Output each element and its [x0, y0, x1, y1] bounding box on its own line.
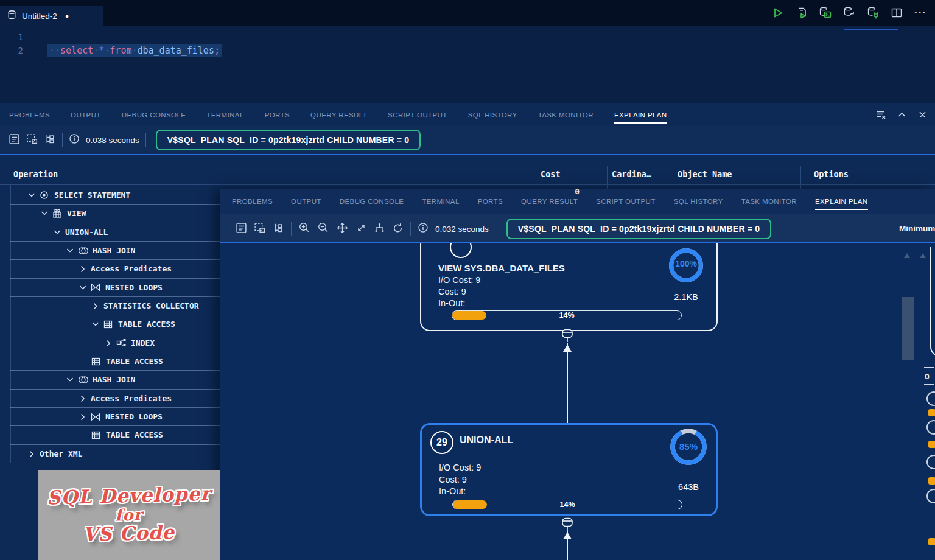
diagram-icon[interactable]: [254, 222, 266, 236]
zoom-in-icon[interactable]: [298, 222, 310, 236]
clear-output-icon[interactable]: [875, 109, 886, 123]
run-file-icon[interactable]: [794, 5, 809, 20]
overlay-toolbar: 0.032 seconds V$SQL_PLAN SQL_ID = 0p2tk1…: [220, 214, 935, 243]
collapse-up-icon[interactable]: [920, 253, 926, 258]
chevron-down-icon[interactable]: [79, 284, 91, 292]
tab-sql-history[interactable]: SQL HISTORY: [468, 110, 517, 121]
tree-row-label: HASH JOIN: [93, 375, 135, 384]
database-export-icon[interactable]: [842, 5, 856, 20]
tree-row-table-access[interactable]: TABLE ACCESS: [10, 352, 220, 371]
explain-plan-toolbar: 0.038 seconds V$SQL_PLAN SQL_ID = 0p2tk1…: [0, 126, 935, 154]
tab-terminal[interactable]: TERMINAL: [206, 110, 243, 121]
tree-row-table-access[interactable]: TABLE ACCESS: [10, 315, 220, 334]
column-divider[interactable]: [536, 166, 536, 190]
column-operation[interactable]: Operation: [13, 169, 58, 179]
run-icon[interactable]: [771, 5, 785, 20]
column-cardinality[interactable]: Cardina…: [612, 169, 651, 179]
chevron-up-icon[interactable]: [897, 110, 907, 122]
split-editor-icon[interactable]: [889, 5, 904, 20]
chevron-right-icon[interactable]: [79, 265, 91, 273]
notes-icon[interactable]: [236, 222, 247, 236]
toolbar-divider: [0, 154, 935, 155]
tab-query-result[interactable]: QUERY RESULT: [310, 110, 367, 121]
tree-row-union-all[interactable]: UNION-ALL: [10, 223, 220, 242]
plan-source-badge: V$SQL_PLAN SQL_ID = 0p2tk19xjzrtd CHILD …: [156, 130, 421, 150]
tab-explain-plan[interactable]: EXPLAIN PLAN: [614, 110, 667, 121]
column-options[interactable]: Options: [814, 169, 849, 179]
tab-sql-history[interactable]: SQL HISTORY: [674, 196, 723, 207]
tab-debug-console[interactable]: DEBUG CONSOLE: [340, 196, 404, 207]
column-object-name[interactable]: Object Name: [678, 169, 732, 179]
more-actions-icon[interactable]: ···: [913, 5, 928, 20]
code-editor[interactable]: 1 2 ··select·*·from·dba_data_files;: [0, 26, 935, 103]
tab-task-monitor[interactable]: TASK MONITOR: [741, 196, 797, 207]
tree-row-hash-join[interactable]: HASH JOIN: [10, 242, 220, 260]
tab-ports[interactable]: PORTS: [265, 110, 290, 121]
tab-output[interactable]: OUTPUT: [71, 110, 101, 121]
move-icon[interactable]: [336, 222, 349, 237]
chevron-right-icon[interactable]: [27, 450, 40, 458]
chevron-down-icon[interactable]: [91, 320, 103, 328]
tab-output[interactable]: OUTPUT: [291, 196, 321, 207]
diagram-icon[interactable]: [26, 133, 38, 147]
plan-node-union-all[interactable]: 29 UNION-ALL I/O Cost: 9 Cost: 9 In-Out:…: [420, 423, 718, 516]
tab-explain-plan[interactable]: EXPLAIN PLAN: [815, 196, 868, 207]
refresh-icon[interactable]: [392, 222, 404, 236]
tab-script-output[interactable]: SCRIPT OUTPUT: [596, 196, 656, 207]
tree-row-select-statement[interactable]: SELECT STATEMENT: [10, 186, 220, 205]
chevron-down-icon[interactable]: [66, 247, 78, 254]
editor-tab-untitled-2[interactable]: Untitled-2 ●: [0, 6, 103, 26]
tree-row-statistics-collector[interactable]: STATISTICS COLLECTOR: [10, 297, 220, 315]
plan-diagram-canvas[interactable]: VIEW SYS.DBA_DATA_FILES I/O Cost: 9 Cost…: [220, 243, 935, 560]
tree-row-hash-join[interactable]: HASH JOIN: [10, 371, 220, 389]
chevron-right-icon[interactable]: [79, 394, 91, 402]
tree-row-index[interactable]: INDEX: [10, 334, 220, 352]
statement-icon: [40, 191, 54, 200]
hierarchy-icon[interactable]: [374, 222, 385, 236]
chevron-right-icon[interactable]: [79, 413, 91, 421]
vertical-scrollbar[interactable]: [902, 297, 914, 360]
column-cost[interactable]: Cost: [541, 169, 561, 179]
plan-node-view[interactable]: VIEW SYS.DBA_DATA_FILES I/O Cost: 9 Cost…: [420, 243, 718, 331]
tab-debug-console[interactable]: DEBUG CONSOLE: [122, 110, 186, 121]
tree-row-nested-loops[interactable]: NESTED LOOPS: [10, 408, 220, 426]
minimum-label[interactable]: Minimum: [899, 224, 935, 233]
tree-icon[interactable]: [273, 222, 284, 236]
chevron-down-icon[interactable]: [53, 228, 65, 236]
notes-icon[interactable]: [9, 133, 20, 147]
column-divider[interactable]: [607, 166, 608, 190]
tab-terminal[interactable]: TERMINAL: [422, 196, 459, 207]
resize-diagonal-icon[interactable]: [355, 222, 367, 236]
tree-row-label: Other XML: [40, 449, 82, 458]
zoom-out-icon[interactable]: [317, 222, 329, 236]
tab-task-monitor[interactable]: TASK MONITOR: [538, 110, 594, 121]
chevron-down-icon[interactable]: [40, 209, 52, 217]
database-terminal-icon[interactable]: [818, 5, 833, 20]
tree-row-view[interactable]: VIEW: [10, 205, 220, 223]
tree-row-access-predicates[interactable]: Access Predicates: [10, 260, 220, 278]
close-icon[interactable]: [917, 110, 928, 122]
node-io-cost: I/O Cost: 9: [439, 463, 481, 472]
collapse-up-icon[interactable]: [904, 253, 910, 258]
row1-cost-value: 0: [536, 187, 580, 196]
tree-icon[interactable]: [44, 133, 56, 147]
tab-script-output[interactable]: SCRIPT OUTPUT: [388, 110, 447, 121]
column-divider[interactable]: [673, 166, 673, 190]
tree-row-nested-loops[interactable]: NESTED LOOPS: [10, 279, 220, 297]
database-connect-icon[interactable]: [866, 5, 880, 20]
chevron-right-icon[interactable]: [91, 302, 103, 310]
tab-query-result[interactable]: QUERY RESULT: [521, 196, 578, 207]
table-access-icon: [91, 357, 106, 366]
chevron-down-icon[interactable]: [27, 191, 40, 199]
tab-problems[interactable]: PROBLEMS: [9, 110, 50, 121]
chevron-right-icon[interactable]: [104, 339, 116, 347]
chevron-down-icon[interactable]: [66, 376, 78, 383]
tab-problems[interactable]: PROBLEMS: [232, 196, 273, 207]
tab-ports[interactable]: PORTS: [478, 196, 503, 207]
tree-row-access-predicates[interactable]: Access Predicates: [10, 390, 220, 408]
column-divider[interactable]: [800, 166, 801, 190]
plan-table-header: Operation Cost Cardina… Object Name Opti…: [0, 164, 935, 185]
node-in-out: In-Out:: [439, 486, 466, 496]
tree-row-other-xml[interactable]: Other XML: [10, 445, 220, 463]
tree-row-table-access[interactable]: TABLE ACCESS: [10, 426, 220, 444]
